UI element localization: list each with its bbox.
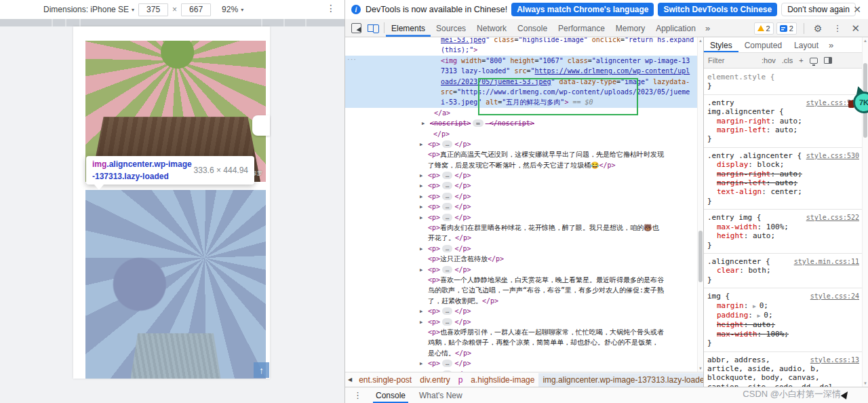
code-line[interactable]: ▶<p>…</p> — [345, 265, 697, 275]
more-tabs-icon[interactable]: » — [825, 40, 837, 50]
drawer-menu-icon[interactable]: ⋮ — [353, 390, 362, 400]
dont-show-again-button[interactable]: Don't show again — [781, 3, 856, 16]
stylesheet-link[interactable]: style.css:530 — [806, 151, 859, 160]
expand-arrow-icon[interactable]: ▶ — [420, 140, 428, 150]
code-line[interactable]: <img width="800" height="1067" class="al… — [345, 56, 697, 66]
code-line[interactable]: <p>也喜欢呼朋引伴，一群人凑在一起聊聊家常，忙忙吃喝，大锅炖个骨头或者 — [345, 327, 697, 337]
css-property[interactable]: height: auto; — [707, 320, 859, 329]
styles-filter-input[interactable] — [708, 56, 755, 64]
tab-elements[interactable]: Elements — [386, 20, 431, 37]
code-line[interactable]: (this);"> — [345, 45, 697, 55]
css-property[interactable]: display: block; — [707, 160, 859, 169]
css-property[interactable]: max-width: 100%; — [707, 223, 859, 231]
tab-sources[interactable]: Sources — [431, 20, 471, 37]
code-line[interactable]: ▶<p>…</p> — [345, 358, 697, 368]
css-property[interactable]: margin-right: auto; — [707, 170, 859, 178]
code-line[interactable]: 了蜂窝，后是发现它不断落叶，然后今天它进了垃圾桶😂</p> — [345, 160, 697, 170]
code-line[interactable]: ▶<p>…</p> — [345, 244, 697, 254]
tab-network[interactable]: Network — [471, 20, 512, 37]
scroll-down-icon[interactable]: ▼ — [698, 366, 703, 370]
hover-state-toggle[interactable]: :hov — [762, 56, 776, 64]
breadcrumb-item[interactable]: a.highslide-image — [467, 373, 538, 387]
expand-arrow-icon[interactable]: ▶ — [420, 318, 428, 328]
code-line[interactable]: <p>看肉友们在群里晒各种球花，花开惊艳，醉了眼。我只是想说，咱的🐻也 — [345, 223, 697, 233]
drawer-tab-console[interactable]: Console — [369, 387, 412, 403]
code-line[interactable]: ▶<p>…</p> — [345, 139, 697, 149]
code-line[interactable]: 开花了。</p> — [345, 233, 697, 243]
tab-console[interactable]: Console — [512, 20, 553, 37]
expand-arrow-icon[interactable]: ▶ — [420, 213, 428, 223]
code-line[interactable]: ▶<p>…</p> — [345, 180, 697, 191]
inspect-element-icon[interactable] — [351, 23, 361, 33]
devtools-close-icon[interactable]: ✕ — [851, 22, 860, 35]
banner-close-icon[interactable]: ✕ — [853, 4, 861, 15]
breadcrumb-item[interactable]: ent.single-post — [355, 373, 416, 387]
scroll-up-icon[interactable]: ▲ — [863, 39, 868, 43]
code-line[interactable]: mei-53.jpeg" class="highslide-image" onc… — [345, 37, 697, 45]
devtools-menu-icon[interactable]: ⋮ — [833, 23, 842, 33]
code-line[interactable]: </p> — [345, 129, 697, 139]
tab-memory[interactable]: Memory — [610, 20, 650, 37]
stylesheet-link[interactable]: style.css:24 — [810, 292, 859, 301]
device-toolbar-toggle-icon[interactable] — [368, 23, 379, 33]
scroll-up-icon[interactable]: ▲ — [698, 39, 703, 43]
code-line[interactable]: ▶<p>…</p> — [345, 170, 697, 180]
code-line[interactable]: ▶<p>…</p> — [345, 202, 697, 212]
css-property[interactable]: height: auto; — [707, 231, 859, 240]
expand-arrow-icon[interactable]: ▶ — [753, 303, 760, 309]
code-line[interactable]: <p>喜欢一个人静静地呆坐，白天赏花草，晚上看繁星。最近听得最多的是布谷 — [345, 275, 697, 285]
succulent-photo-highlighted[interactable] — [85, 190, 266, 379]
expand-arrow-icon[interactable]: ▶ — [420, 171, 428, 181]
tab-layout[interactable]: Layout — [788, 38, 825, 52]
code-line[interactable]: 是心情。</p> — [345, 348, 697, 358]
breadcrumb-item[interactable]: div.entry — [416, 373, 454, 387]
expand-arrow-icon[interactable]: ▶ — [757, 313, 764, 319]
code-line[interactable]: 鸡鹅，贴个杂粮饼子，再整个凉菜，简简单单，却也舒心。舒心的不是饭菜， — [345, 337, 697, 347]
zoom-select[interactable]: 92% — [222, 5, 238, 14]
gear-icon[interactable]: ⚙ — [814, 23, 823, 34]
tab-computed[interactable]: Computed — [738, 38, 788, 52]
tab-styles[interactable]: Styles — [704, 38, 738, 52]
css-property[interactable]: clear: both; — [707, 266, 859, 275]
expand-arrow-icon[interactable]: ▶ — [420, 192, 428, 202]
match-language-button[interactable]: Always match Chrome's language — [511, 3, 654, 16]
css-property[interactable]: padding: ▶ 0; — [707, 311, 859, 320]
css-selector[interactable]: element.style { — [707, 73, 859, 81]
expand-arrow-icon[interactable]: ▶ — [420, 265, 428, 275]
stylesheet-link[interactable]: style.css:13 — [810, 356, 859, 364]
code-line[interactable]: ▶<p>…</p> — [345, 212, 697, 223]
viewport-height-input[interactable] — [181, 3, 211, 16]
code-line[interactable]: ▶<noscript>… </noscript> — [345, 118, 697, 128]
expand-arrow-icon[interactable]: ▶ — [420, 181, 428, 191]
code-line[interactable]: ▶<p>…</p> — [345, 317, 697, 327]
code-line[interactable]: <p>真正的高温天气还没到，这棵安娜就早早出了问题，先是给它撸枯叶时发现 — [345, 149, 697, 159]
back-to-top-button[interactable]: ↑ — [254, 362, 269, 378]
device-toolbar-menu-icon[interactable]: ⋮ — [326, 3, 336, 14]
code-line[interactable]: ▶<p>…</p> — [345, 306, 697, 316]
expand-arrow-icon[interactable]: ▶ — [420, 202, 428, 212]
media-query-bar[interactable] — [0, 19, 344, 26]
floating-widget-partial[interactable] — [252, 115, 270, 136]
sidebar-layout-icon[interactable] — [824, 57, 832, 64]
stylesheet-link[interactable]: style.css:522 — [806, 213, 859, 222]
issues-badge[interactable]: 2 — [776, 22, 797, 35]
stylesheet-link[interactable]: style.min.css:11 — [794, 257, 859, 266]
css-property[interactable]: text-align: center; — [707, 187, 859, 196]
css-property[interactable]: margin: ▶ 0; — [707, 301, 859, 311]
warnings-badge[interactable]: 2 — [754, 22, 774, 35]
expand-arrow-icon[interactable]: ▶ — [422, 119, 430, 129]
rendering-icon[interactable] — [810, 58, 818, 64]
tab-performance[interactable]: Performance — [553, 20, 610, 37]
expand-arrow-icon[interactable]: ▶ — [420, 359, 428, 369]
scroll-down-icon[interactable]: ▼ — [863, 381, 868, 385]
code-line[interactable]: ▶<p>…</p> — [345, 191, 697, 202]
code-line[interactable]: <p>这只正含苞待放</p> — [345, 254, 697, 264]
code-line[interactable]: 7313 lazy-loaded" src="https://www.drlme… — [345, 66, 697, 76]
more-tabs-icon[interactable]: » — [701, 23, 714, 33]
tab-application[interactable]: Application — [650, 20, 701, 37]
css-property[interactable]: margin-left: auto; — [707, 126, 859, 134]
code-line[interactable]: 了，赶紧收割吧。</p> — [345, 296, 697, 306]
elements-scrollbar[interactable]: ▲ ▼ — [697, 37, 703, 372]
breadcrumb-item[interactable]: img.aligncenter.wp-image-137313.lazy-loa… — [538, 373, 703, 387]
class-toggle[interactable]: .cls — [782, 56, 793, 64]
